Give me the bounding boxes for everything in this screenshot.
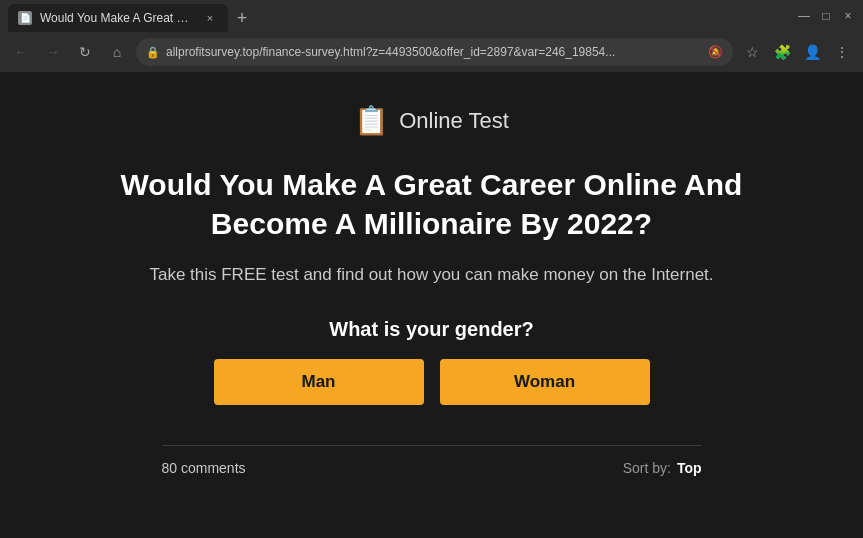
comments-section: 80 comments Sort by: Top xyxy=(162,445,702,476)
home-button[interactable]: ⌂ xyxy=(104,39,130,65)
new-tab-button[interactable]: + xyxy=(228,4,256,32)
tab-favicon: 📄 xyxy=(18,11,32,25)
minimize-button[interactable]: — xyxy=(797,9,811,23)
toolbar-icons: ☆ 🧩 👤 ⋮ xyxy=(739,39,855,65)
tab-close-button[interactable]: × xyxy=(202,10,218,26)
page-content: 📋 Online Test Would You Make A Great Car… xyxy=(0,72,863,538)
maximize-button[interactable]: □ xyxy=(819,9,833,23)
browser-frame: 📄 Would You Make A Great Career... × + —… xyxy=(0,0,863,538)
address-bar: ← → ↻ ⌂ 🔒 allprofitsurvey.top/finance-su… xyxy=(0,32,863,72)
gender-buttons: Man Woman xyxy=(214,359,650,405)
page-inner: 📋 Online Test Would You Make A Great Car… xyxy=(72,72,792,476)
extensions-icon[interactable]: 🧩 xyxy=(769,39,795,65)
man-button[interactable]: Man xyxy=(214,359,424,405)
url-bar[interactable]: 🔒 allprofitsurvey.top/finance-survey.htm… xyxy=(136,38,733,66)
close-window-button[interactable]: × xyxy=(841,9,855,23)
sort-label: Sort by: xyxy=(623,460,671,476)
gender-question: What is your gender? xyxy=(329,318,533,341)
sort-value[interactable]: Top xyxy=(677,460,702,476)
url-text: allprofitsurvey.top/finance-survey.html?… xyxy=(166,45,701,59)
site-logo-icon: 📋 xyxy=(354,104,389,137)
sub-heading: Take this FREE test and find out how you… xyxy=(149,261,713,288)
active-tab[interactable]: 📄 Would You Make A Great Career... × xyxy=(8,4,228,32)
sort-by: Sort by: Top xyxy=(623,460,702,476)
back-button[interactable]: ← xyxy=(8,39,34,65)
forward-button[interactable]: → xyxy=(40,39,66,65)
window-controls: — □ × xyxy=(789,9,855,23)
main-heading: Would You Make A Great Career Online And… xyxy=(92,165,772,243)
site-header: 📋 Online Test xyxy=(354,104,509,137)
comments-count: 80 comments xyxy=(162,460,246,476)
title-bar: 📄 Would You Make A Great Career... × + —… xyxy=(0,0,863,32)
menu-icon[interactable]: ⋮ xyxy=(829,39,855,65)
url-action-icons: 🔕 xyxy=(707,44,723,60)
tab-strip: 📄 Would You Make A Great Career... × + xyxy=(8,0,785,32)
tab-title: Would You Make A Great Career... xyxy=(40,11,194,25)
woman-button[interactable]: Woman xyxy=(440,359,650,405)
profile-icon[interactable]: 👤 xyxy=(799,39,825,65)
notifications-blocked-icon[interactable]: 🔕 xyxy=(707,44,723,60)
refresh-button[interactable]: ↻ xyxy=(72,39,98,65)
bookmark-icon[interactable]: ☆ xyxy=(739,39,765,65)
site-title: Online Test xyxy=(399,108,509,134)
lock-icon: 🔒 xyxy=(146,46,160,59)
